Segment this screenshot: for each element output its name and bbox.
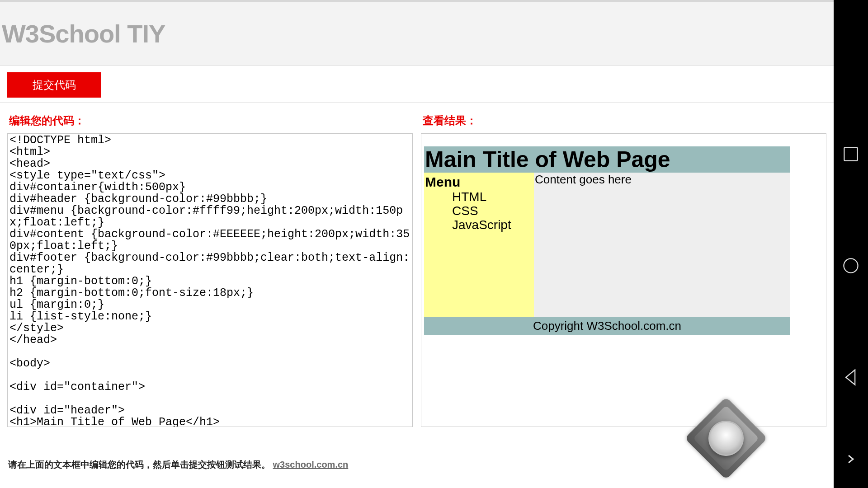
home-icon[interactable] xyxy=(841,256,861,277)
result-pane: 查看结果： Main Title of Web Page Menu HTML C… xyxy=(417,107,831,428)
editor-result-split: 编辑您的代码： <!DOCTYPE html> <html> <head> <s… xyxy=(0,103,834,428)
app-screen: W3School TIY 提交代码 编辑您的代码： <!DOCTYPE html… xyxy=(0,0,834,488)
footer-instruction: 请在上面的文本框中编辑您的代码，然后单击提交按钮测试结果。 w3school.c… xyxy=(8,459,348,471)
back-icon[interactable] xyxy=(841,367,861,389)
app-bar: W3School TIY xyxy=(0,2,834,66)
editor-label: 编辑您的代码： xyxy=(7,110,413,133)
dpad-knob-icon xyxy=(708,421,744,456)
rendered-page: Main Title of Web Page Menu HTML CSS Jav… xyxy=(424,146,790,335)
rendered-menu-heading: Menu xyxy=(425,174,534,190)
submit-button[interactable]: 提交代码 xyxy=(7,72,101,98)
code-editor[interactable]: <!DOCTYPE html> <html> <head> <style typ… xyxy=(7,133,413,427)
result-label: 查看结果： xyxy=(421,110,826,133)
result-preview: Main Title of Web Page Menu HTML CSS Jav… xyxy=(421,133,826,427)
android-navbar xyxy=(834,0,868,488)
rendered-menu-item: CSS xyxy=(452,204,534,218)
rendered-menu-item: HTML xyxy=(452,190,534,204)
rendered-menu-list: HTML CSS JavaScript xyxy=(425,190,534,232)
app-title: W3School TIY xyxy=(2,19,165,48)
footer-link[interactable]: w3school.com.cn xyxy=(273,460,349,469)
virtual-dpad[interactable] xyxy=(685,398,767,479)
forward-icon[interactable] xyxy=(845,454,856,466)
recent-apps-icon[interactable] xyxy=(841,144,861,166)
editor-pane: 编辑您的代码： <!DOCTYPE html> <html> <head> <s… xyxy=(4,107,417,428)
rendered-content: Content goes here xyxy=(534,173,790,317)
device-frame: W3School TIY 提交代码 编辑您的代码： <!DOCTYPE html… xyxy=(0,0,868,488)
toolbar: 提交代码 xyxy=(0,66,834,103)
footer-instruction-text: 请在上面的文本框中编辑您的代码，然后单击提交按钮测试结果。 xyxy=(8,460,270,469)
rendered-menu-item: JavaScript xyxy=(452,218,534,232)
rendered-menu: Menu HTML CSS JavaScript xyxy=(424,173,534,317)
svg-rect-0 xyxy=(844,148,857,161)
svg-point-1 xyxy=(844,258,858,272)
rendered-title: Main Title of Web Page xyxy=(424,146,790,173)
rendered-header: Main Title of Web Page xyxy=(424,146,790,173)
rendered-footer: Copyright W3School.com.cn xyxy=(424,317,790,335)
